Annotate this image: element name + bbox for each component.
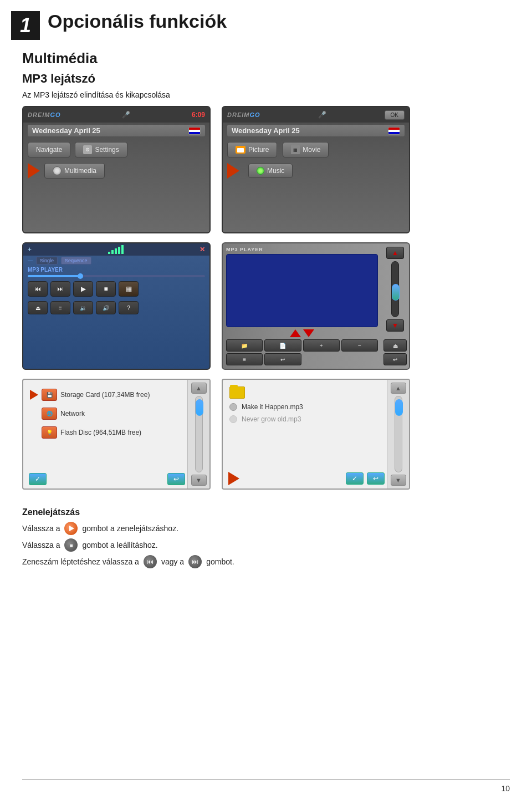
movie-button[interactable]: ▦ Movie — [283, 142, 329, 157]
mp3-eq-button[interactable]: ≡ — [50, 301, 70, 314]
big-ctrl-minus[interactable]: − — [341, 339, 378, 352]
storage-card-icon: 💾 — [42, 389, 57, 401]
sub-section-title-mp3: MP3 lejátszó — [0, 69, 532, 89]
mp3-progress-bar[interactable] — [28, 275, 205, 277]
storage-confirm-button[interactable]: ✓ — [29, 473, 47, 485]
device-topbar-1: DREIMGO 🎤 6:09 — [23, 107, 209, 123]
mp3-extra-button[interactable]: ▦ — [119, 281, 139, 297]
navigate-button[interactable]: Navigate — [28, 142, 70, 157]
mp3-eject-button[interactable]: ⏏ — [28, 301, 48, 314]
storage-screen: 💾 Storage Card (107,34MB free) 🌐 Network… — [22, 379, 211, 490]
mp3-big-scroll-up[interactable]: ▲ — [386, 247, 404, 259]
mp3-player-label: MP3 PLAYER — [23, 266, 209, 274]
line3-pre: Zeneszám léptetéshez válassza a — [22, 557, 139, 566]
big-ctrl-list[interactable]: ≡ — [226, 353, 263, 365]
mp3-prev-button[interactable]: ⏮ — [28, 281, 48, 297]
flag-icon-2 — [388, 127, 400, 135]
single-mode-button[interactable]: Single — [36, 257, 58, 264]
line2-pre: Válassza a — [22, 541, 60, 549]
settings-icon: ⚙ — [83, 145, 92, 154]
sequence-mode-button[interactable]: Sequence — [61, 257, 91, 264]
storage-item-network[interactable]: 🌐 Network — [30, 404, 181, 423]
file-row-1[interactable]: Make it Happen.mp3 — [229, 401, 380, 413]
file-row-2[interactable]: Never grow old.mp3 — [229, 413, 380, 425]
next-inline-icon: ⏭ — [188, 555, 202, 568]
bottom-section: Zenelejátszás Válassza a gombot a zenele… — [0, 498, 532, 568]
files-back-button[interactable]: ↩ — [367, 472, 385, 485]
scroll-down-arrow[interactable] — [303, 329, 314, 337]
mp3-progress-fill — [28, 275, 81, 277]
files-scroll-up[interactable]: ▲ — [391, 383, 406, 394]
mic-icon-2: 🎤 — [318, 111, 326, 119]
bottom-title: Zenelejátszás — [22, 507, 510, 517]
picture-button[interactable]: Picture — [227, 142, 277, 157]
picture-icon — [236, 146, 245, 154]
section-title-multimedia: Multimédia — [0, 45, 532, 69]
big-ctrl-back[interactable]: ↩ — [264, 353, 301, 365]
multimedia-button[interactable]: Multimedia — [44, 163, 105, 179]
media-buttons-row: Picture ▦ Movie — [223, 139, 409, 161]
line3-post: gombot. — [206, 557, 234, 566]
storage-card-text: Storage Card (107,34MB free) — [60, 391, 150, 399]
mp3-info-button[interactable]: ? — [119, 301, 139, 314]
screenshots-row-2: + ✕ — Single Sequence MP3 PLAYER ⏮ ⏭ — [0, 242, 532, 379]
device-logo-1: DREIMGO — [28, 111, 61, 118]
storage-back-button[interactable]: ↩ — [167, 473, 185, 485]
mp3-blue-display — [226, 254, 378, 327]
big-ctrl-plus[interactable]: + — [303, 339, 340, 352]
mp3-stop-button[interactable]: ■ — [96, 281, 116, 297]
folder-row[interactable] — [229, 384, 380, 401]
storage-scroll-up[interactable]: ▲ — [191, 383, 207, 394]
movie-icon: ▦ — [291, 145, 300, 154]
play-arrow-2 — [227, 163, 239, 179]
instruction-line-2: Válassza a gombot a leállításhoz. — [22, 538, 510, 552]
storage-item-flash[interactable]: 💡 Flash Disc (964,51MB free) — [30, 423, 181, 442]
device-logo-2: DREIMGO — [227, 111, 260, 118]
cd-icon — [53, 166, 62, 175]
big-ctrl-folder[interactable]: 📁 — [226, 339, 263, 352]
mp3-vol-down-button[interactable]: 🔉 — [73, 301, 93, 314]
ok-button[interactable]: OK — [385, 110, 405, 120]
mp3-bottom-row: ⏏ ≡ 🔉 🔊 ? — [23, 299, 209, 316]
files-bottom-buttons: ✓ ↩ — [228, 472, 385, 485]
mp3-plus-icon: + — [28, 246, 32, 253]
mp3-big-scroll-track — [391, 261, 399, 317]
scroll-up-arrow[interactable] — [290, 329, 301, 337]
stop-inline-icon — [64, 538, 78, 552]
storage-item-selected[interactable]: 💾 Storage Card (107,34MB free) — [30, 385, 181, 404]
mp3-big-scroll-down[interactable]: ▼ — [386, 319, 404, 332]
line1-pre: Válassza a — [22, 524, 60, 533]
files-confirm-button[interactable]: ✓ — [346, 472, 364, 485]
storage-select-arrow — [30, 390, 38, 400]
storage-scroll-down[interactable]: ▼ — [191, 475, 207, 486]
intro-text: Az MP3 lejátszó elindítása és kikapcsolá… — [0, 89, 532, 106]
date-text-1: Wednesday April 25 — [32, 126, 100, 135]
files-scroll-down[interactable]: ▼ — [391, 475, 406, 486]
prev-inline-icon: ⏮ — [144, 555, 157, 568]
mp3-player-label-top: MP3 PLAYER — [226, 247, 378, 252]
side-btn-eject[interactable]: ⏏ — [383, 339, 407, 352]
storage-scroll-thumb — [196, 399, 203, 416]
line2-post: gombot a leállításhoz. — [82, 541, 157, 549]
mp3-close-icon[interactable]: ✕ — [200, 246, 205, 253]
mp3-mode-row: — Single Sequence — [23, 256, 209, 266]
mic-icon-1: 🎤 — [122, 111, 130, 119]
mp3-vol-up-button[interactable]: 🔊 — [96, 301, 116, 314]
side-btn-back[interactable]: ↩ — [383, 353, 407, 365]
signal-bar-1 — [108, 252, 110, 254]
mp3-topbar: + ✕ — [23, 243, 209, 256]
files-scroll-track — [395, 396, 402, 472]
media-screen: DREIMGO 🎤 OK Wednesday April 25 Picture … — [222, 106, 410, 233]
storage-bottom-buttons: ✓ ↩ — [29, 473, 185, 485]
device-topbar-2: DREIMGO 🎤 OK — [223, 107, 409, 123]
screenshots-row-3: 💾 Storage Card (107,34MB free) 🌐 Network… — [0, 379, 532, 498]
big-ctrl-file[interactable]: 📄 — [264, 339, 301, 352]
mp3-play-button[interactable]: ▶ — [73, 281, 93, 297]
multimedia-row: Multimedia — [23, 161, 209, 181]
mp3-next-button[interactable]: ⏭ — [50, 281, 70, 297]
multimedia-label: Multimedia — [64, 167, 96, 175]
instruction-line-1: Válassza a gombot a zenelejátszáshoz. — [22, 522, 510, 535]
settings-button[interactable]: ⚙ Settings — [75, 142, 127, 157]
mp3-side-btns: ⏏ ↩ — [383, 339, 407, 365]
music-button[interactable]: Music — [248, 164, 293, 178]
